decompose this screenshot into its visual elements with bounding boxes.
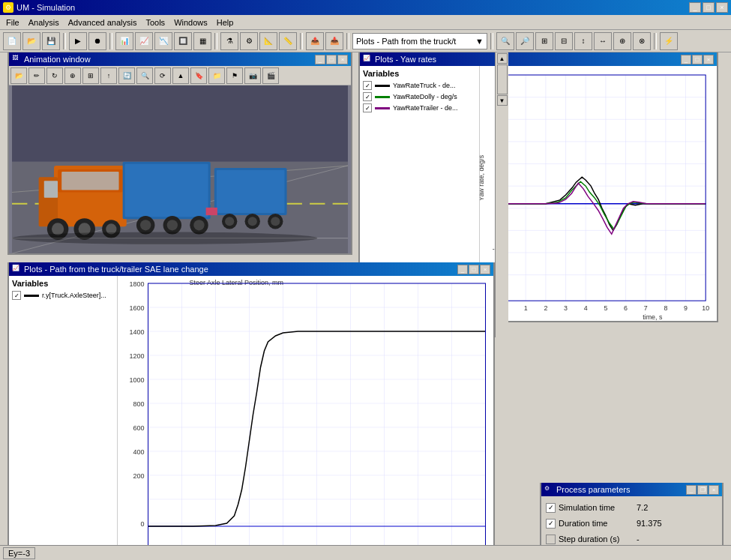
process-minimize-btn[interactable]: _ (686, 485, 697, 495)
legend-check-1[interactable]: ✓ (363, 92, 372, 101)
zoom-btn-7[interactable]: ⊕ (613, 32, 631, 50)
anim-zoom-btn[interactable]: 🔍 (136, 67, 153, 84)
export-btn-1[interactable]: 📤 (306, 32, 324, 50)
path-legend-label: r.y[Truck.AxleSteer]... (42, 292, 106, 299)
svg-rect-26 (206, 208, 217, 215)
menu-tools[interactable]: Tools (141, 16, 169, 28)
status-text: Ey=-3 (8, 549, 30, 558)
process-close-btn[interactable]: × (709, 485, 719, 495)
svg-rect-9 (61, 172, 118, 190)
simulation-time-check[interactable]: ✓ (546, 503, 556, 513)
title-bar-buttons: _ □ × (689, 2, 728, 13)
anim-spin-btn[interactable]: 🔄 (118, 67, 135, 84)
view-btn-4[interactable]: 🔲 (174, 32, 192, 50)
menu-advanced-analysis[interactable]: Advanced analysis (64, 16, 142, 28)
anim-target-btn[interactable]: ⊕ (64, 67, 81, 84)
scroll-thumb[interactable] (497, 64, 508, 94)
svg-text:800: 800 (133, 400, 144, 408)
new-button[interactable]: 📄 (3, 32, 21, 50)
anim-rotate-btn[interactable]: ↻ (46, 67, 63, 84)
zoom-btn-3[interactable]: ⊞ (535, 32, 553, 50)
scroll-down-btn[interactable]: ▼ (497, 95, 508, 106)
animation-titlebar: 🖼 Animation window _ □ × (9, 52, 351, 66)
svg-text:200: 200 (133, 472, 144, 480)
anim-3d-btn[interactable]: ▲ (172, 67, 189, 84)
analysis-btn-2[interactable]: ⚙ (240, 32, 258, 50)
path-legend: Variables ✓ r.y[Truck.AxleSteer]... (9, 276, 118, 560)
anim-reset-btn[interactable]: ⟳ (154, 67, 171, 84)
anim-arrows-btn[interactable]: ⊞ (82, 67, 99, 84)
yaw-close-btn[interactable]: × (703, 55, 714, 64)
step-duration-label: Step duration (s) (559, 535, 634, 544)
anim-folder-btn[interactable]: 📁 (208, 67, 225, 84)
svg-rect-25 (217, 170, 285, 213)
export-btn-2[interactable]: 📥 (325, 32, 343, 50)
analysis-btn-3[interactable]: 📐 (259, 32, 277, 50)
svg-text:600: 600 (133, 424, 144, 432)
legend-check-0[interactable]: ✓ (363, 81, 372, 90)
legend-item-2: ✓ YawRateTrailer - de... (363, 103, 476, 112)
svg-text:3: 3 (564, 304, 568, 312)
view-btn-1[interactable]: 📊 (115, 32, 133, 50)
path-window-title: Plots - Path from the truck/trailer SAE … (24, 265, 208, 274)
open-button[interactable]: 📂 (22, 32, 40, 50)
extra-btn-1[interactable]: ⚡ (660, 32, 678, 50)
anim-flag-btn[interactable]: ⚑ (226, 67, 243, 84)
animation-maximize-btn[interactable]: □ (326, 55, 337, 64)
menu-analysis[interactable]: Analysis (24, 16, 64, 28)
menu-help[interactable]: Help (212, 16, 238, 28)
play-button[interactable]: ▶ (69, 32, 87, 50)
legend-check-2[interactable]: ✓ (363, 103, 372, 112)
yaw-minimize-btn[interactable]: _ (681, 55, 691, 64)
svg-text:10: 10 (702, 304, 709, 312)
main-scrollbar-v[interactable]: ▲ ▼ (495, 52, 508, 337)
animation-close-btn[interactable]: × (337, 55, 348, 64)
save-button[interactable]: 💾 (42, 32, 60, 50)
record-button[interactable]: ⏺ (88, 32, 106, 50)
analysis-btn-4[interactable]: 📏 (279, 32, 297, 50)
minimize-button[interactable]: _ (689, 2, 701, 13)
view-btn-2[interactable]: 📈 (135, 32, 153, 50)
animation-minimize-btn[interactable]: _ (315, 55, 325, 64)
zoom-btn-6[interactable]: ↔ (594, 32, 612, 50)
legend-item-0: ✓ YawRateTruck - de... (363, 81, 476, 90)
plots-dropdown[interactable]: Plots - Path from the truck/t ▼ (352, 33, 487, 49)
close-button[interactable]: × (716, 2, 728, 13)
zoom-btn-5[interactable]: ↕ (574, 32, 592, 50)
anim-camera-btn[interactable]: 📷 (244, 67, 261, 84)
path-close-btn[interactable]: × (480, 265, 490, 274)
svg-point-23 (193, 220, 204, 230)
analysis-btn-1[interactable]: ⚗ (220, 32, 238, 50)
svg-text:Steer Axle Lateral Position, m: Steer Axle Lateral Position, mm (190, 279, 284, 286)
zoom-btn-4[interactable]: ⊟ (555, 32, 573, 50)
svg-text:4: 4 (584, 304, 588, 312)
step-duration-check[interactable] (546, 535, 556, 544)
menu-file[interactable]: File (1, 16, 24, 28)
zoom-btn-8[interactable]: ⊗ (633, 32, 651, 50)
svg-text:Yaw rate, deg/s: Yaw rate, deg/s (480, 154, 485, 201)
path-minimize-btn[interactable]: _ (457, 265, 468, 274)
anim-bookmark-btn[interactable]: 🔖 (190, 67, 207, 84)
svg-text:1400: 1400 (129, 328, 144, 336)
anim-up-btn[interactable]: ↑ (100, 67, 117, 84)
view-btn-5[interactable]: ▦ (193, 32, 211, 50)
menu-bar: File Analysis Advanced analysis Tools Wi… (0, 15, 731, 30)
path-variables-title: Variables (12, 279, 114, 288)
menu-windows[interactable]: Windows (169, 16, 212, 28)
view-btn-3[interactable]: 📉 (154, 32, 172, 50)
zoom-btn-1[interactable]: 🔍 (496, 32, 514, 50)
duration-time-check[interactable]: ✓ (546, 519, 556, 529)
anim-open-btn[interactable]: 📂 (10, 67, 27, 84)
path-maximize-btn[interactable]: □ (469, 265, 479, 274)
maximize-button[interactable]: □ (703, 2, 715, 13)
path-plot-area: 1800 1600 1400 1200 1000 800 600 400 200… (118, 276, 493, 560)
zoom-btn-2[interactable]: 🔎 (516, 32, 534, 50)
svg-rect-0 (12, 85, 348, 162)
path-legend-check[interactable]: ✓ (12, 291, 21, 300)
anim-video-btn[interactable]: 🎬 (262, 67, 279, 84)
scroll-up-btn[interactable]: ▲ (497, 53, 508, 64)
process-restore-btn[interactable]: ❐ (697, 485, 708, 495)
yaw-maximize-btn[interactable]: □ (692, 55, 703, 64)
anim-edit-btn[interactable]: ✏ (28, 67, 45, 84)
svg-rect-17 (125, 164, 208, 217)
